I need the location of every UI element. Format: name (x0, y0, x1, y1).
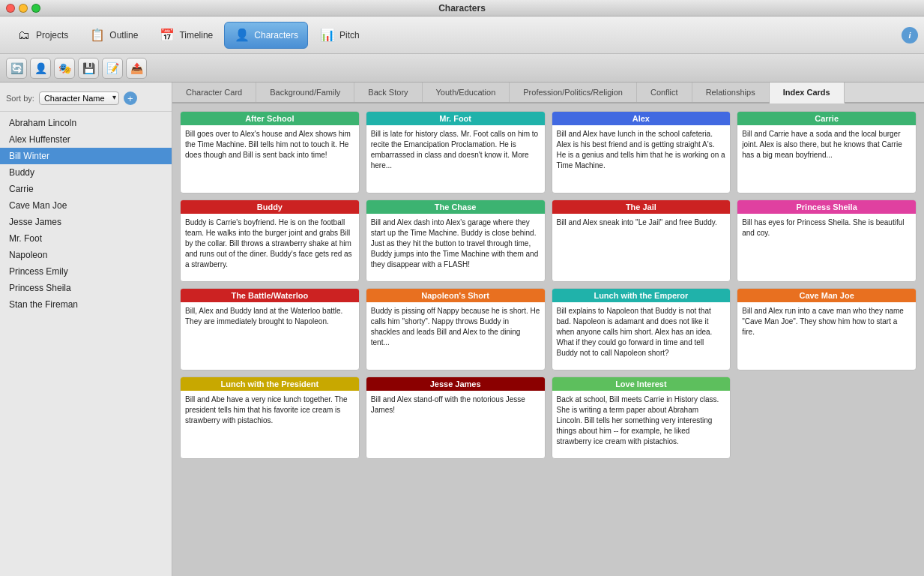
content-area: Character Card Background/Family Back St… (172, 82, 924, 576)
card-body-the-chase: Bill and Alex dash into Alex's garage wh… (366, 214, 545, 274)
nav-outline[interactable]: 📋 Outline (79, 22, 148, 49)
nav-projects[interactable]: 🗂 Projects (6, 22, 78, 49)
maximize-btn[interactable] (31, 4, 40, 13)
sidebar-item-mr-foot[interactable]: Mr. Foot (0, 230, 172, 247)
close-btn[interactable] (6, 4, 15, 13)
secondary-toolbar: 🔄 👤 🎭 💾 📝 📤 (0, 54, 924, 82)
sort-select[interactable]: Character Name First Name Last Name (39, 92, 119, 105)
card-jesse-james-card[interactable]: Jesse JamesBill and Alex stand-off with … (366, 376, 546, 459)
sort-label: Sort by: (6, 94, 34, 103)
nav-pitch[interactable]: 📊 Pitch (309, 22, 369, 49)
card-header-mr-foot: Mr. Foot (366, 112, 545, 125)
tab-back-story[interactable]: Back Story (354, 82, 422, 102)
projects-label: Projects (36, 30, 68, 40)
card-the-chase[interactable]: The ChaseBill and Alex dash into Alex's … (366, 200, 546, 282)
card-header-after-school: After School (181, 112, 359, 125)
main-toolbar: 🗂 Projects 📋 Outline 📅 Timeline 👤 Charac… (0, 16, 924, 54)
card-header-cave-man-joe-card: Cave Man Joe (737, 289, 916, 302)
tool-btn-4[interactable]: 💾 (78, 58, 99, 79)
card-body-cave-man-joe-card: Bill and Alex run into a cave man who th… (737, 302, 916, 341)
card-body-lunch-with-emperor: Bill explains to Napoleon that Buddy is … (552, 302, 731, 362)
card-header-love-interest: Love Interest (552, 377, 731, 391)
sidebar-item-alex-huffenster[interactable]: Alex Huffenster (0, 131, 172, 148)
card-body-mr-foot: Bill is late for history class. Mr. Foot… (366, 125, 545, 175)
tab-relationships[interactable]: Relationships (692, 82, 770, 102)
card-header-napoleons-short: Napoleon's Short (366, 289, 545, 302)
card-lunch-with-emperor[interactable]: Lunch with the EmperorBill explains to N… (552, 288, 731, 370)
sidebar-item-carrie[interactable]: Carrie (0, 181, 172, 197)
tab-youth-education[interactable]: Youth/Education (423, 82, 510, 102)
tab-background-family[interactable]: Background/Family (256, 82, 354, 102)
tab-profession-politics-religion[interactable]: Profession/Politics/Religion (510, 82, 637, 102)
sort-row: Sort by: Character Name First Name Last … (0, 88, 172, 112)
card-body-jesse-james-card: Bill and Alex stand-off with the notorio… (366, 391, 545, 419)
timeline-icon: 📅 (159, 27, 175, 44)
card-alex[interactable]: AlexBill and Alex have lunch in the scho… (552, 111, 731, 194)
card-carrie[interactable]: CarrieBill and Carrie have a soda and th… (737, 111, 917, 194)
window-title: Characters (438, 3, 486, 14)
projects-icon: 🗂 (16, 27, 32, 44)
outline-label: Outline (109, 30, 138, 40)
card-header-buddy: Buddy (181, 200, 359, 214)
sidebar-item-buddy[interactable]: Buddy (0, 164, 172, 181)
nav-timeline[interactable]: 📅 Timeline (149, 22, 223, 49)
sidebar-item-abraham-lincoln[interactable]: Abraham Lincoln (0, 115, 172, 131)
card-body-the-battle-waterloo: Bill, Alex and Buddy land at the Waterlo… (181, 302, 359, 331)
pitch-icon: 📊 (319, 27, 336, 44)
cards-container: After SchoolBill goes over to Alex's hou… (172, 104, 924, 466)
sidebar-item-cave-man-joe[interactable]: Cave Man Joe (0, 197, 172, 214)
card-princess-sheila[interactable]: Princess SheilaBill has eyes for Princes… (737, 200, 917, 282)
card-lunch-with-president[interactable]: Lunch with the PresidentBill and Abe hav… (180, 376, 360, 459)
card-body-the-jail: Bill and Alex sneak into "Le Jail" and f… (552, 214, 731, 232)
sidebar-item-princess-emily[interactable]: Princess Emily (0, 263, 172, 280)
card-cave-man-joe-card[interactable]: Cave Man JoeBill and Alex run into a cav… (737, 288, 917, 370)
characters-icon: 👤 (234, 27, 250, 44)
tool-btn-3[interactable]: 🎭 (54, 58, 75, 79)
add-character-button[interactable]: + (124, 92, 137, 105)
card-body-alex: Bill and Alex have lunch in the school c… (552, 125, 731, 175)
sidebar-item-stan-the-fireman[interactable]: Stan the Fireman (0, 296, 172, 313)
card-header-lunch-with-emperor: Lunch with the Emperor (552, 289, 731, 302)
titlebar-buttons (6, 4, 40, 13)
card-the-jail[interactable]: The JailBill and Alex sneak into "Le Jai… (552, 200, 731, 282)
titlebar: Characters (0, 0, 924, 16)
card-mr-foot[interactable]: Mr. FootBill is late for history class. … (366, 111, 546, 194)
info-button[interactable]: i (902, 27, 918, 44)
card-body-princess-sheila: Bill has eyes for Princess Sheila. She i… (737, 214, 916, 242)
card-after-school[interactable]: After SchoolBill goes over to Alex's hou… (180, 111, 360, 194)
card-header-the-chase: The Chase (366, 200, 545, 214)
card-body-napoleons-short: Buddy is pissing off Nappy because he is… (366, 302, 545, 352)
tab-conflict[interactable]: Conflict (637, 82, 692, 102)
card-body-lunch-with-president: Bill and Abe have a very nice lunch toge… (181, 391, 359, 430)
tab-character-card[interactable]: Character Card (172, 82, 256, 102)
card-header-alex: Alex (552, 112, 731, 125)
characters-label: Characters (254, 30, 298, 40)
sidebar-item-princess-sheila[interactable]: Princess Sheila (0, 280, 172, 296)
sidebar: Sort by: Character Name First Name Last … (0, 82, 172, 576)
tab-index-cards[interactable]: Index Cards (770, 82, 845, 104)
tool-btn-6[interactable]: 📤 (126, 58, 147, 79)
pitch-label: Pitch (339, 30, 360, 40)
card-header-princess-sheila: Princess Sheila (737, 200, 916, 214)
nav-characters[interactable]: 👤 Characters (224, 22, 308, 49)
tool-btn-2[interactable]: 👤 (30, 58, 51, 79)
sidebar-item-bill-winter[interactable]: Bill Winter (0, 148, 172, 164)
card-body-after-school: Bill goes over to Alex's house and Alex … (181, 125, 359, 164)
sort-select-wrapper: Character Name First Name Last Name (39, 92, 119, 105)
card-header-carrie: Carrie (737, 112, 916, 125)
minimize-btn[interactable] (19, 4, 28, 13)
card-love-interest[interactable]: Love InterestBack at school, Bill meets … (552, 376, 731, 459)
tab-bar: Character Card Background/Family Back St… (172, 82, 924, 104)
tool-btn-1[interactable]: 🔄 (6, 58, 27, 79)
sidebar-item-napoleon[interactable]: Napoleon (0, 247, 172, 263)
card-napoleons-short[interactable]: Napoleon's ShortBuddy is pissing off Nap… (366, 288, 546, 370)
card-body-love-interest: Back at school, Bill meets Carrie in His… (552, 391, 731, 451)
card-body-buddy: Buddy is Carrie's boyfriend. He is on th… (181, 214, 359, 274)
tool-btn-5[interactable]: 📝 (102, 58, 123, 79)
card-buddy[interactable]: BuddyBuddy is Carrie's boyfriend. He is … (180, 200, 360, 282)
card-header-jesse-james-card: Jesse James (366, 377, 545, 391)
card-body-carrie: Bill and Carrie have a soda and the loca… (737, 125, 916, 164)
main-content: Sort by: Character Name First Name Last … (0, 82, 924, 576)
sidebar-item-jesse-james[interactable]: Jesse James (0, 214, 172, 230)
card-the-battle-waterloo[interactable]: The Battle/WaterlooBill, Alex and Buddy … (180, 288, 360, 370)
